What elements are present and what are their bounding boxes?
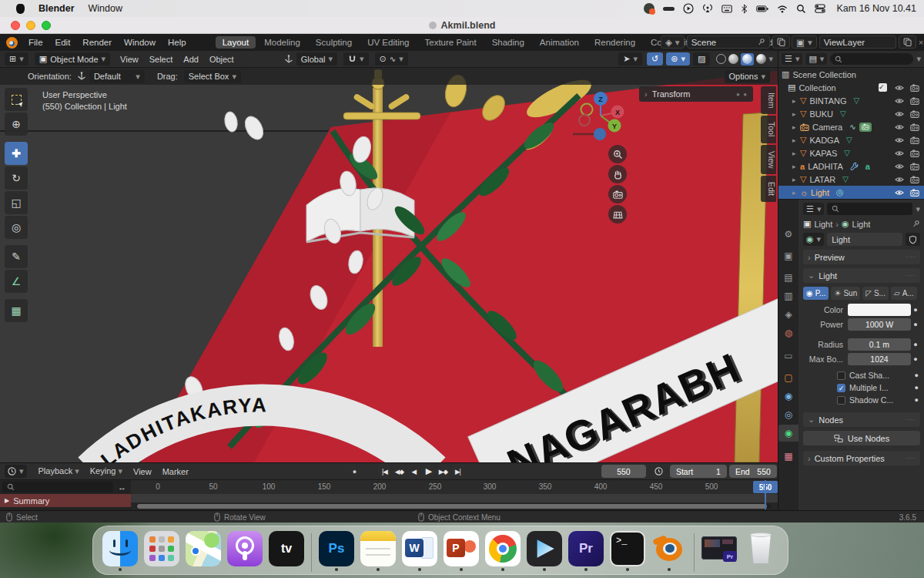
tab-render-properties[interactable]: ▣ [778,247,798,264]
hide-eye-icon[interactable] [895,150,904,157]
dock-photoshop[interactable]: Ps [316,531,357,571]
start-frame-field[interactable]: Start1 [670,465,727,478]
play-reverse-button[interactable]: ◀ [407,465,420,478]
dock-finder[interactable] [99,531,141,571]
mode-dropdown[interactable]: ▣Object Mode▾ [35,52,110,66]
tab-collection-properties[interactable]: ▭ [778,348,798,365]
shading-material-button[interactable] [741,53,754,66]
hide-eye-icon[interactable] [895,110,904,118]
battery-icon[interactable] [756,5,768,12]
shading-solid-button[interactable] [728,54,738,64]
outliner-row-kapas[interactable]: ▸▽KAPAS▽ [778,146,924,160]
radius-value-field[interactable]: 0.1 m [848,338,911,351]
outliner-filter-icon[interactable]: ▾ [916,54,921,64]
tab-rendering[interactable]: Rendering [588,36,642,49]
selectability-dropdown[interactable]: ➤▾ [618,52,642,66]
outliner-row-buku[interactable]: ▸▽BUKU▽ [778,107,924,120]
dock-trash[interactable] [740,531,782,571]
outliner-search-input[interactable] [830,53,913,65]
outliner-display-dropdown[interactable]: ▤▾ [805,53,827,65]
outliner-row-latar[interactable]: ▸▽LATAR▽ [778,173,924,186]
tab-layout[interactable]: Layout [216,36,256,49]
scene-new-button[interactable] [772,35,790,49]
current-frame-field[interactable]: 550 [601,465,646,478]
hide-eye-icon[interactable] [895,136,904,144]
render-camera-icon[interactable] [910,97,919,105]
collection-checkbox[interactable]: ✓ [879,83,887,92]
hide-eye-icon[interactable] [895,189,904,197]
tab-sculpting[interactable]: Sculpting [309,36,359,49]
shading-dropdown[interactable]: ▾ [768,54,773,64]
outliner-editor-dropdown[interactable]: ☰▾ [782,53,802,65]
menubar-clock[interactable]: Kam 16 Nov 10.41 [836,3,916,14]
viewlayer-type-dropdown[interactable]: ▣▾ [792,35,817,49]
use-nodes-button[interactable]: Use Nodes [803,431,920,445]
fake-user-button[interactable] [906,233,920,246]
light-type-sun[interactable]: ☀Sun [831,287,860,300]
menu-help[interactable]: Help [162,38,192,47]
tool-add-cube[interactable]: ▦ [5,299,28,322]
tab-world-properties[interactable]: ◍ [778,324,798,341]
auto-key-button[interactable]: ● [348,465,361,478]
play-circle-icon[interactable] [683,3,694,14]
orientation-default-dropdown[interactable]: Default▾ [89,70,145,83]
tool-scale[interactable]: ◱ [5,191,28,214]
tool-select-box[interactable] [5,88,28,111]
tab-physics-properties[interactable]: ◉ [778,388,798,405]
tab-texture-paint[interactable]: Texture Paint [418,36,484,49]
tool-cursor[interactable]: ⊕ [5,113,28,136]
dock-launchpad[interactable] [141,531,182,571]
apple-menu-icon[interactable] [16,4,25,14]
object-menu[interactable]: Object [204,55,239,64]
timeline-search-input[interactable] [2,482,113,492]
tool-move[interactable]: ✚ [5,142,28,165]
hide-eye-icon[interactable] [895,176,904,183]
animate-dot[interactable]: ● [911,306,920,314]
screen-record-icon[interactable] [644,3,654,14]
gizmo-toggle[interactable]: ↺ [647,52,663,66]
jump-to-start-button[interactable]: |◀ [378,465,391,478]
render-camera-icon[interactable] [910,163,919,170]
playhead[interactable] [765,480,766,509]
tab-view[interactable]: View [761,145,776,175]
light-name-field[interactable]: Light [827,233,902,246]
tool-rotate[interactable]: ↻ [5,166,28,190]
shading-rendered-button[interactable] [756,54,766,64]
render-camera-icon[interactable] [910,189,919,197]
outliner-row-collection[interactable]: ▤Collection ✓ [778,81,924,94]
playback-menu[interactable]: Playback ▾ [33,466,85,476]
overlays-toggle[interactable]: ⊚▾ [666,52,690,66]
light-type-spot[interactable]: ◸S... [862,287,889,300]
animate-dot[interactable]: ● [915,396,919,404]
dock-chrome[interactable] [482,531,524,571]
outliner-row-bintang[interactable]: ▸▽BINTANG▽ [778,94,924,107]
hide-eye-icon[interactable] [895,163,904,170]
zoom-button[interactable] [608,145,627,163]
render-camera-icon[interactable] [910,84,919,92]
orientation-dropdown[interactable]: Global▾ [296,52,337,66]
timeline-editor-dropdown[interactable]: ▾ [5,465,27,478]
control-center-icon[interactable] [815,4,825,13]
dock-minimized-premiere-window[interactable]: Pr [698,531,740,571]
tab-tool-properties[interactable]: ⚙ [778,226,798,243]
add-menu[interactable]: Add [178,55,204,64]
dock-media-player[interactable] [524,531,565,571]
outliner-row-light[interactable]: ▸☼Light ◎ [778,186,924,199]
render-camera-icon[interactable] [910,110,919,118]
preview-panel-header[interactable]: ›Preview∙∙∙∙ [803,250,920,264]
editor-type-dropdown[interactable]: ⊞▾ [5,52,28,66]
animate-dot[interactable]: ● [911,321,920,328]
pan-button[interactable] [608,165,627,183]
dock-notes[interactable] [357,531,399,571]
input-source-icon[interactable] [721,5,732,13]
tab-data-properties[interactable]: ◉ [778,425,798,442]
color-swatch[interactable] [848,304,911,316]
airplay-icon[interactable] [702,4,713,13]
menu-edit[interactable]: Edit [49,38,77,47]
stopwatch-icon[interactable] [652,465,665,478]
tab-viewlayer-properties[interactable]: ▥ [778,287,798,304]
close-window-button[interactable] [11,21,20,30]
render-camera-icon[interactable] [910,123,919,131]
tab-object-properties[interactable]: ▢ [778,369,798,386]
light-panel-header[interactable]: ⌄Light∙∙∙∙ [803,268,920,283]
